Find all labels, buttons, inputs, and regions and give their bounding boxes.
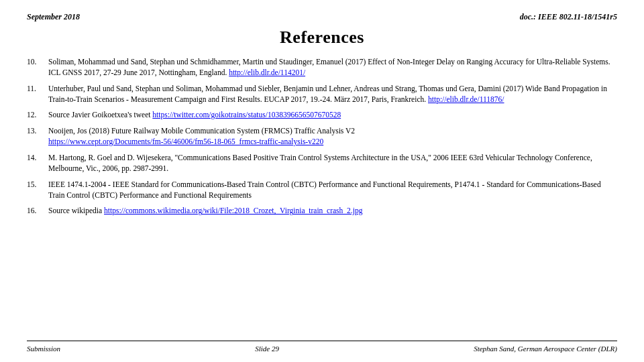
ref-text: M. Hartong, R. Goel and D. Wijesekera, "…	[48, 153, 617, 174]
ref-text: Source wikipedia https://commons.wikimed…	[48, 206, 617, 217]
ref-number: 16.	[27, 206, 48, 217]
ref-item: 11.Unterhuber, Paul und Sand, Stephan un…	[27, 84, 617, 105]
ref-text: Source Javier Goikoetxea's tweet https:/…	[48, 110, 617, 121]
ref-item: 10.Soliman, Mohammad und Sand, Stephan u…	[27, 57, 617, 78]
ref-text: Nooijen, Jos (2018) Future Railway Mobil…	[48, 126, 617, 147]
ref-number: 14.	[27, 153, 48, 174]
ref-text: Soliman, Mohammad und Sand, Stephan und …	[48, 57, 617, 78]
references-list: 10.Soliman, Mohammad und Sand, Stephan u…	[27, 57, 617, 341]
ref-number: 11.	[27, 84, 48, 105]
ref-item: 14.M. Hartong, R. Goel and D. Wijesekera…	[27, 153, 617, 174]
ref-item: 15.IEEE 1474.1-2004 - IEEE Standard for …	[27, 180, 617, 201]
ref-link[interactable]: http://elib.dlr.de/114201/	[229, 68, 305, 76]
ref-number: 15.	[27, 180, 48, 201]
header-doc: doc.: IEEE 802.11-18/1541r5	[520, 12, 617, 22]
ref-link[interactable]: https://www.cept.org/Documents/fm-56/460…	[48, 137, 323, 145]
ref-number: 10.	[27, 57, 48, 78]
ref-text: IEEE 1474.1-2004 - IEEE Standard for Com…	[48, 180, 617, 201]
ref-item: 16.Source wikipedia https://commons.wiki…	[27, 206, 617, 217]
ref-item: 13.Nooijen, Jos (2018) Future Railway Mo…	[27, 126, 617, 147]
footer-slide: Slide 29	[255, 345, 279, 353]
ref-item: 12.Source Javier Goikoetxea's tweet http…	[27, 110, 617, 121]
ref-link[interactable]: http://elib.dlr.de/111876/	[428, 95, 504, 103]
header-date: September 2018	[27, 12, 80, 22]
header: September 2018 doc.: IEEE 802.11-18/1541…	[27, 12, 617, 22]
footer-author: Stephan Sand, German Aerospace Center (D…	[474, 345, 617, 353]
ref-link[interactable]: https://twitter.com/goikotrains/status/1…	[152, 111, 341, 119]
footer: Submission Slide 29 Stephan Sand, German…	[27, 341, 617, 353]
ref-text: Unterhuber, Paul und Sand, Stephan und S…	[48, 84, 617, 105]
page-title: References	[27, 27, 617, 48]
ref-number: 13.	[27, 126, 48, 147]
page: September 2018 doc.: IEEE 802.11-18/1541…	[0, 0, 644, 362]
footer-submission: Submission	[27, 345, 60, 353]
ref-link[interactable]: https://commons.wikimedia.org/wiki/File:…	[104, 206, 362, 215]
ref-number: 12.	[27, 110, 48, 121]
title-section: References	[27, 27, 617, 48]
